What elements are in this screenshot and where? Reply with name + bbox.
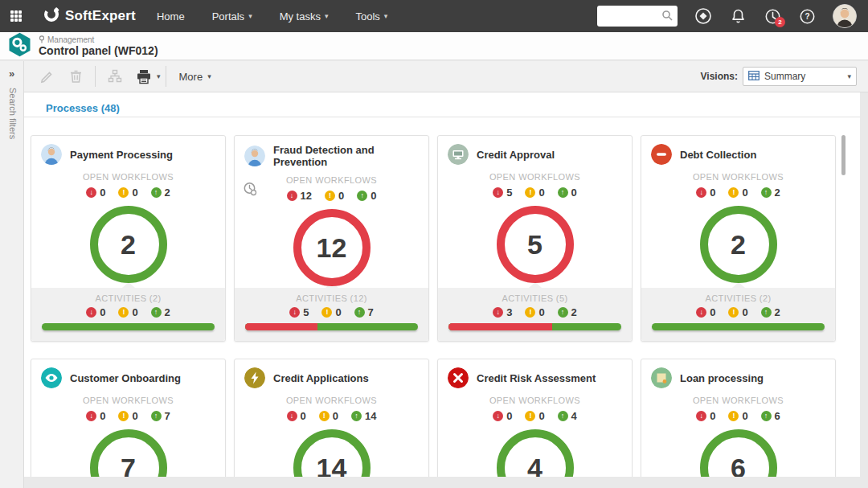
ontime-icon: ↑ <box>761 411 772 421</box>
card-header: Credit Applications <box>235 359 428 393</box>
pending-tasks-clock-icon[interactable]: 2 <box>764 7 781 25</box>
flowchart-icon[interactable] <box>103 66 127 87</box>
warning-icon: ! <box>525 307 535 318</box>
ontime-indicator: ↑7 <box>354 306 374 318</box>
ontime-icon: ↑ <box>558 307 568 318</box>
total-ring: 2 <box>90 206 167 283</box>
explore-icon[interactable] <box>694 7 712 25</box>
process-card[interactable]: Debt Collection OPEN WORKFLOWS ↓0 !0 ↑2 … <box>641 135 836 342</box>
process-card[interactable]: Customer Onboarding OPEN WORKFLOWS ↓0 !0… <box>31 359 226 477</box>
open-workflows-label: OPEN WORKFLOWS <box>641 396 835 405</box>
late-icon: ↓ <box>493 411 503 421</box>
warning-indicator: !0 <box>118 187 137 199</box>
process-card[interactable]: Credit Applications OPEN WORKFLOWS ↓0 !0… <box>234 359 429 477</box>
warning-icon: ! <box>728 411 739 421</box>
ontime-icon: ↑ <box>357 191 367 201</box>
apps-grid-icon[interactable] <box>0 0 32 32</box>
breadcrumb-text[interactable]: Management <box>47 35 94 44</box>
activities-footer: ACTIVITIES (12) ↓5 !0 ↑7 <box>235 288 428 341</box>
total-count: 12 <box>317 232 347 264</box>
process-title: Credit Risk Assessment <box>477 372 596 384</box>
edit-icon[interactable] <box>35 66 59 87</box>
chevron-down-icon: ▾ <box>207 72 211 80</box>
workflow-module-icon <box>8 32 31 60</box>
user-avatar-icon <box>244 146 265 166</box>
print-dropdown-caret[interactable]: ▾ <box>157 72 161 80</box>
ontime-indicator: ↑2 <box>558 306 577 318</box>
notification-badge: 2 <box>775 17 785 27</box>
activities-progress-bar <box>245 323 418 330</box>
more-button[interactable]: More▾ <box>171 71 219 83</box>
ontime-indicator: ↑0 <box>357 190 376 202</box>
footer-notch <box>529 282 542 288</box>
open-workflows-indicators: ↓12 !0 ↑0 <box>235 190 428 202</box>
menu-home[interactable]: Home <box>157 10 185 23</box>
late-progress-segment <box>448 323 552 330</box>
ontime-indicator: ↑0 <box>558 187 577 199</box>
process-card[interactable]: Fraud Detection and Prevention OPEN WORK… <box>234 135 429 342</box>
process-card[interactable]: Credit Approval OPEN WORKFLOWS ↓5 !0 ↑0 … <box>437 135 633 342</box>
search-filters-rail: » Search filters <box>0 61 24 488</box>
process-title: Customer Onboarding <box>70 372 181 384</box>
late-progress-segment <box>245 323 317 330</box>
print-icon[interactable] <box>132 66 156 87</box>
help-icon[interactable]: ? <box>798 7 816 25</box>
chevron-down-icon: ▾ <box>384 12 388 20</box>
activities-label: ACTIVITIES (5) <box>438 293 632 303</box>
process-card[interactable]: Loan processing OPEN WORKFLOWS ↓0 !0 ↑6 … <box>641 359 836 477</box>
warning-icon: ! <box>118 411 129 421</box>
minus-icon <box>651 144 672 165</box>
user-avatar[interactable] <box>833 4 857 28</box>
warning-indicator: !0 <box>118 306 137 318</box>
warning-indicator: !0 <box>319 410 338 422</box>
open-workflows-indicators: ↓0 !0 ↑14 <box>235 410 428 422</box>
activities-label: ACTIVITIES (12) <box>235 293 428 303</box>
warning-indicator: !0 <box>728 306 747 318</box>
card-header: Credit Approval <box>438 136 632 170</box>
ontime-icon: ↑ <box>151 307 162 318</box>
expand-filters-icon[interactable]: » <box>0 61 23 80</box>
activities-indicators: ↓3 !0 ↑2 <box>438 306 632 318</box>
late-icon: ↓ <box>493 307 503 318</box>
toolbar: ▾ More▾ Visions: Summary ▾ <box>24 61 868 92</box>
visions-select[interactable]: Summary ▾ <box>743 67 857 86</box>
chevron-down-icon: ▾ <box>248 12 252 20</box>
warning-indicator: !0 <box>525 306 544 318</box>
delete-trash-icon[interactable] <box>63 66 88 87</box>
brand-logo[interactable]: SoftExpert <box>43 6 136 26</box>
late-icon: ↓ <box>86 307 96 318</box>
late-indicator: ↓0 <box>696 410 715 422</box>
process-title: Payment Processing <box>70 149 173 161</box>
ontime-icon: ↑ <box>151 187 162 198</box>
menu-portals[interactable]: Portals▾ <box>212 10 252 23</box>
warning-icon: ! <box>728 307 739 318</box>
ontime-icon: ↑ <box>151 411 162 421</box>
menu-tools[interactable]: Tools▾ <box>355 10 387 23</box>
total-count: 4 <box>527 453 542 478</box>
cards-scroll-area[interactable]: Payment Processing OPEN WORKFLOWS ↓0 !0 … <box>24 117 860 477</box>
warning-icon: ! <box>525 411 535 421</box>
open-workflows-indicators: ↓0 !0 ↑6 <box>641 410 835 422</box>
late-indicator: ↓0 <box>86 306 105 318</box>
late-icon: ↓ <box>287 411 297 421</box>
visions-control: Visions: Summary ▾ <box>701 67 868 86</box>
menu-my-tasks[interactable]: My tasks▾ <box>280 10 329 23</box>
ontime-indicator: ↑2 <box>761 187 780 199</box>
search-filters-label[interactable]: Search filters <box>6 88 18 139</box>
late-indicator: ↓0 <box>86 410 105 422</box>
open-workflows-indicators: ↓0 !0 ↑7 <box>31 410 225 422</box>
late-indicator: ↓0 <box>86 187 105 199</box>
process-card[interactable]: Payment Processing OPEN WORKFLOWS ↓0 !0 … <box>31 135 226 342</box>
late-indicator: ↓0 <box>493 410 512 422</box>
vertical-scrollbar[interactable] <box>841 135 845 175</box>
search-icon[interactable] <box>661 10 673 24</box>
activities-label: ACTIVITIES (2) <box>641 293 835 303</box>
process-card[interactable]: Credit Risk Assessment OPEN WORKFLOWS ↓0… <box>437 359 633 477</box>
notifications-bell-icon[interactable] <box>729 7 747 25</box>
tab-processes[interactable]: Processes (48) <box>46 102 120 114</box>
open-workflows-label: OPEN WORKFLOWS <box>438 172 632 182</box>
warning-icon: ! <box>321 307 332 318</box>
open-workflows-indicators: ↓0 !0 ↑2 <box>31 187 225 199</box>
warning-icon: ! <box>319 411 330 421</box>
late-icon: ↓ <box>696 307 706 318</box>
